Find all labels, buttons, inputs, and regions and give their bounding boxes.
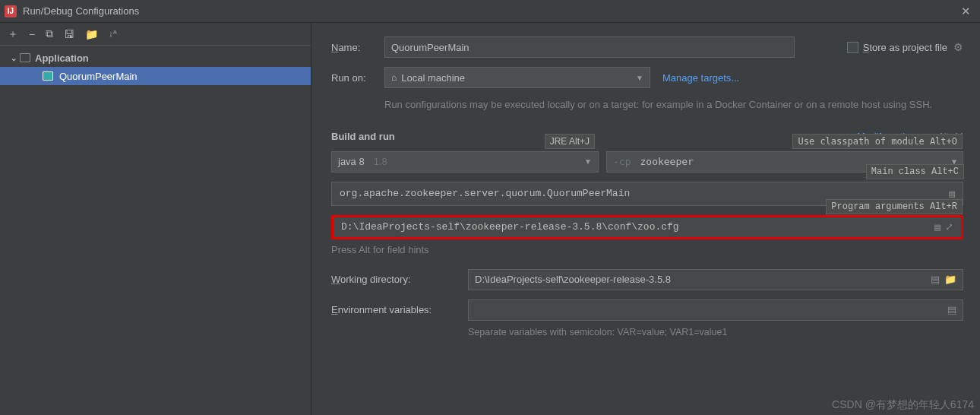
env-hint: Separate variables with semicolon: VAR=v… <box>468 327 963 337</box>
list-icon[interactable]: ▤ <box>931 274 940 285</box>
close-icon[interactable]: ✕ <box>956 5 975 18</box>
expand-icon[interactable]: ⤢ <box>945 221 953 233</box>
list-icon[interactable]: ▤ <box>934 221 940 233</box>
tree-group-label: Application <box>35 52 89 64</box>
name-label: Name: <box>331 42 384 53</box>
runon-help-text: Run configurations may be executed local… <box>384 97 963 112</box>
cp-value: zookeeper <box>640 156 693 167</box>
chevron-down-icon[interactable]: ⌄ <box>11 54 17 62</box>
jre-version: 1.8 <box>374 156 387 167</box>
tree-group-application[interactable]: ⌄ Application <box>0 49 311 67</box>
sidebar-toolbar: ＋ − ⧉ 🖫 📁 ↓ᴬ <box>0 23 311 46</box>
watermark: CSDN @有梦想的年轻人6174 <box>832 398 974 412</box>
jre-name: java 8 <box>338 156 365 167</box>
store-as-project-file[interactable]: Store as project file <box>847 42 947 53</box>
remove-icon[interactable]: − <box>29 28 35 40</box>
tree-item-label: QuorumPeerMain <box>59 71 138 82</box>
runon-label: Run on: <box>331 72 384 84</box>
chevron-down-icon: ▼ <box>584 157 592 166</box>
home-icon: ⌂ <box>391 72 397 83</box>
main-area: ＋ − ⧉ 🖫 📁 ↓ᴬ ⌄ Application QuorumPeerMai… <box>0 23 980 415</box>
classpath-tooltip: Use classpath of module Alt+O <box>792 134 963 149</box>
titlebar: IJ Run/Debug Configurations ✕ <box>0 0 980 23</box>
config-tree: ⌄ Application QuorumPeerMain <box>0 46 311 88</box>
env-variables-input[interactable]: ▤ <box>468 299 963 321</box>
working-directory-value: D:\IdeaProjects-self\zookeeper-release-3… <box>475 274 671 285</box>
runon-select[interactable]: ⌂ Local machine ▼ <box>384 67 650 88</box>
store-label: Store as project file <box>863 42 947 53</box>
app-icon: IJ <box>5 5 17 17</box>
tree-item-quorumpeermain[interactable]: QuorumPeerMain <box>0 67 311 85</box>
window-title: Run/Debug Configurations <box>23 5 956 17</box>
program-args-value: D:\IdeaProjects-self\zookeeper-release-3… <box>341 221 679 233</box>
name-input[interactable]: QuorumPeerMain <box>384 36 795 58</box>
main-class-value: org.apache.zookeeper.server.quorum.Quoru… <box>340 188 630 199</box>
sort-icon[interactable]: ↓ᴬ <box>109 29 117 39</box>
gear-icon[interactable]: ⚙ <box>953 41 963 53</box>
field-hint: Press Alt for field hints <box>331 244 963 255</box>
jre-tooltip: JRE Alt+J <box>545 134 595 149</box>
program-args-input[interactable]: D:\IdeaProjects-self\zookeeper-release-3… <box>331 215 963 239</box>
copy-icon[interactable]: ⧉ <box>46 27 53 40</box>
browse-icon[interactable]: 📁 <box>944 274 956 285</box>
list-icon[interactable]: ▤ <box>947 304 956 315</box>
save-icon[interactable]: 🖫 <box>64 28 74 40</box>
manage-targets-link[interactable]: Manage targets... <box>662 72 739 84</box>
cp-prefix: -cp <box>613 156 631 167</box>
chevron-down-icon: ▼ <box>636 74 643 82</box>
add-icon[interactable]: ＋ <box>8 27 18 41</box>
working-directory-label: Working directory: <box>331 274 468 285</box>
application-icon <box>43 71 53 81</box>
env-variables-label: Environment variables: <box>331 304 468 315</box>
application-group-icon <box>20 53 30 62</box>
main-class-tooltip: Main class Alt+C <box>866 164 964 179</box>
working-directory-input[interactable]: D:\IdeaProjects-self\zookeeper-release-3… <box>468 269 963 290</box>
jre-select[interactable]: java 8 1.8 ▼ JRE Alt+J <box>331 151 599 173</box>
program-args-tooltip: Program arguments Alt+R <box>826 199 963 214</box>
runon-value: Local machine <box>401 72 465 84</box>
folder-icon[interactable]: 📁 <box>85 28 98 40</box>
sidebar: ＋ − ⧉ 🖫 📁 ↓ᴬ ⌄ Application QuorumPeerMai… <box>0 23 311 415</box>
content-panel: Name: QuorumPeerMain Store as project fi… <box>311 23 980 415</box>
list-icon[interactable]: ▤ <box>949 188 955 200</box>
checkbox-icon[interactable] <box>847 42 858 53</box>
